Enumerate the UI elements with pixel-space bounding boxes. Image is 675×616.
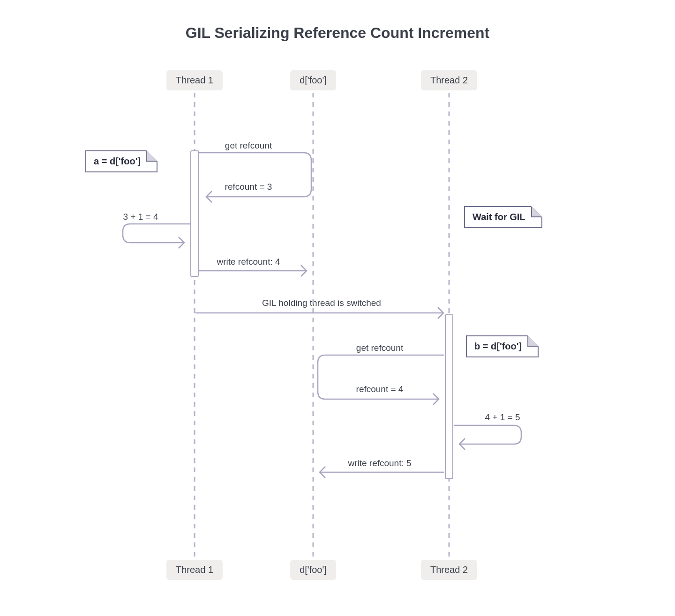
note-b-assign: b = d['foo'] [466,335,539,357]
label-get-refcount-2: get refcount [356,343,403,353]
note-b-assign-text: b = d['foo'] [474,341,522,351]
note-wait-for-gil-text: Wait for GIL [472,212,525,222]
note-a-assign: a = d['foo'] [85,150,158,172]
label-get-refcount-1: get refcount [225,141,272,151]
arrowhead-refcount-4 [433,393,439,405]
arrow-calc-2 [454,425,521,444]
activation-thread1 [191,151,198,276]
label-gil-switch: GIL holding thread is switched [262,298,381,308]
arrowhead-calc-2 [459,438,465,450]
diagram-title: GIL Serializing Reference Count Incremen… [0,24,675,42]
label-refcount-eq-3: refcount = 3 [225,182,272,192]
arrowhead-refcount-3 [206,191,212,202]
activation-thread2 [445,315,453,479]
arrowhead-calc-1 [179,237,184,248]
arrowhead-write-4 [301,265,307,276]
arrow-calc-1 [123,224,190,243]
label-write-refcount-5: write refcount: 5 [348,458,411,468]
lane-dfoo-bottom: d['foo'] [290,560,336,580]
lane-thread1-bottom: Thread 1 [166,560,223,580]
lane-thread2-top: Thread 2 [421,70,477,90]
arrowhead-write-5 [320,467,325,478]
lane-thread1-top: Thread 1 [166,70,223,90]
arrowhead-gil-switch [438,307,443,319]
label-refcount-eq-4: refcount = 4 [356,384,404,394]
label-calc-1: 3 + 1 = 4 [123,212,158,222]
lane-thread2-bottom: Thread 2 [421,560,477,580]
note-a-assign-text: a = d['foo'] [94,156,141,166]
label-write-refcount-4: write refcount: 4 [217,257,280,267]
lane-dfoo-top: d['foo'] [290,70,336,90]
label-calc-2: 4 + 1 = 5 [485,412,520,423]
note-wait-for-gil: Wait for GIL [464,206,542,228]
